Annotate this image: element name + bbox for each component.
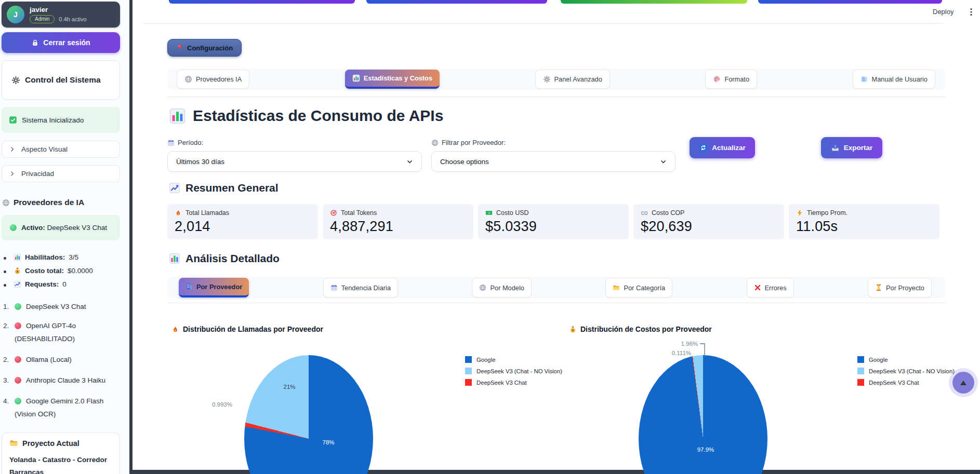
legend-label: DeepSeek V3 Chat: [476, 380, 527, 386]
export-icon: [831, 143, 840, 152]
legend-swatch: [465, 356, 472, 363]
tab-panel-avanzado[interactable]: Panel Avanzado: [535, 70, 610, 89]
analysis-heading: Análisis Detallado: [169, 252, 280, 265]
accordion-aspecto-visual[interactable]: Aspecto Visual: [2, 141, 120, 158]
active-provider-label: Activo:: [21, 224, 45, 232]
flame-icon: [171, 326, 179, 333]
tab-proveedores-ia[interactable]: Proveedores IA: [177, 70, 249, 89]
period-select[interactable]: Últimos 30 días: [167, 151, 422, 172]
money-bag-icon: $: [569, 326, 577, 333]
provider-filter-select[interactable]: Choose options: [431, 151, 676, 172]
subtabs-divider: [167, 303, 946, 303]
system-initialized-status: Sistema Inicializado: [2, 107, 120, 133]
provider-item-openai-gpt-4o-deshabilitado: 2.OpenAI GPT-4o (DESHABILITADO): [15, 319, 121, 345]
system-initialized-label: Sistema Inicializado: [22, 116, 84, 124]
legend-item-deepseek-v3-chat-no-vision: DeepSeek V3 (Chat - NO Vision): [857, 368, 955, 374]
cutoff-button-bar[interactable]: [561, 0, 747, 4]
costs-pie-chart: $ Distribución de Costos por Proveedor 9…: [565, 322, 980, 474]
gear-icon: [543, 75, 551, 83]
legend-item-google: Google: [857, 356, 955, 363]
gear-icon: [11, 76, 20, 85]
building-icon: [186, 283, 193, 290]
stat-value: 11.05s: [796, 219, 932, 235]
provider-name: Ollama (Local): [26, 356, 72, 363]
export-button[interactable]: Exportar: [821, 137, 882, 158]
cutoff-button-bar[interactable]: [169, 0, 355, 4]
folder-icon: [9, 439, 18, 448]
provider-item-deepseek-v3-chat: 1.DeepSeek V3 Chat: [15, 300, 121, 313]
provider-name: Google Gemini 2.0 Flash (Vision OCR): [15, 397, 103, 418]
tab-formato[interactable]: Formato: [705, 70, 757, 89]
active-time: 0.4h activo: [59, 16, 86, 22]
legend-item-google: Google: [465, 356, 562, 363]
hourglass-icon: [875, 284, 882, 291]
scroll-top-button[interactable]: [952, 372, 974, 394]
subtab-tendencia-diaria[interactable]: Tendencia Diaria: [323, 278, 398, 297]
cutoff-button-bar[interactable]: [758, 0, 942, 4]
subtab-por-categoria[interactable]: Por Categoría: [605, 278, 672, 297]
legend-item-deepseek-v3-chat: DeepSeek V3 Chat: [857, 379, 955, 386]
legend-label: Google: [476, 357, 495, 363]
header-divider: [143, 23, 943, 24]
book-icon: [860, 75, 868, 83]
stat-label: Tiempo Prom.: [807, 209, 847, 216]
check-icon: [9, 116, 17, 124]
folder-icon: [613, 284, 620, 291]
subtab-por-modelo[interactable]: Por Modelo: [472, 278, 531, 297]
tab-label: Manual de Usuario: [872, 75, 928, 83]
refresh-label: Actualizar: [712, 144, 746, 152]
svg-text:$: $: [488, 212, 490, 214]
flag-co-icon: co: [641, 209, 648, 216]
config-label: Configuración: [187, 44, 233, 52]
page-title: Estadísticas de Consumo de APIs: [169, 107, 443, 125]
project-title: Proyecto Actual: [22, 439, 80, 448]
chevron-down-icon: [406, 158, 413, 165]
stat-card-total-tokens: Total Tokens4,887,291: [323, 204, 473, 239]
pie-label-chat: 0.993%: [196, 401, 232, 408]
pie-label-chat: 0.111%: [655, 350, 691, 356]
subtab-errores[interactable]: Errores: [747, 278, 794, 297]
subtab-por-proveedor[interactable]: Por Proveedor: [179, 278, 249, 297]
bar-chart-icon: [169, 107, 186, 125]
period-label: Período:: [167, 139, 203, 146]
sidebar-scrollbar[interactable]: [129, 0, 133, 474]
status-dot-green: [10, 224, 17, 231]
sidebar-stat-costo-total: $Costo total:$0.0000: [14, 267, 93, 275]
stat-cards: Total Llamadas2,014Total Tokens4,887,291…: [167, 204, 939, 239]
line-chart-icon: [14, 280, 21, 288]
provider-name: Anthropic Claude 3 Haiku: [26, 376, 105, 384]
legend-label: Google: [869, 357, 888, 363]
calls-pie-chart: Distribución de Llamadas por Proveedor 7…: [167, 322, 562, 474]
active-provider-name: DeepSeek V3 Chat: [47, 224, 108, 232]
stat-value: 2,014: [175, 219, 311, 235]
stat-label: Total Llamadas: [186, 209, 229, 216]
legend-swatch: [465, 368, 472, 374]
target-icon: [330, 209, 337, 216]
pie: [639, 355, 767, 474]
avatar: J: [7, 6, 24, 23]
tab-estadisticas-y-costos[interactable]: Estadísticas y Costos: [345, 70, 440, 89]
subtab-por-proyecto[interactable]: Por Proyecto: [868, 278, 932, 297]
tab-manual-de-usuario[interactable]: Manual de Usuario: [853, 70, 935, 89]
tab-label: Proveedores IA: [196, 75, 242, 83]
cutoff-button-bar[interactable]: [366, 0, 547, 4]
deploy-button[interactable]: Deploy: [933, 8, 953, 16]
providers-header-label: Proveedores de IA: [14, 198, 84, 207]
subtab-label: Por Categoría: [624, 284, 665, 292]
chart-up-icon: [169, 182, 180, 194]
provider-number: 2.: [3, 319, 9, 332]
costs-chart-title: $ Distribución de Costos por Proveedor: [569, 325, 712, 333]
legend-label: DeepSeek V3 (Chat - NO Vision): [869, 368, 955, 374]
stat-value: $5.0339: [485, 219, 621, 235]
kebab-menu-icon[interactable]: [966, 7, 976, 17]
logout-button[interactable]: Cerrar sesión: [2, 32, 120, 53]
money-bag-icon: $: [14, 267, 21, 275]
provider-number: 1.: [3, 300, 9, 313]
lock-icon: [31, 39, 39, 47]
accordion-privacidad[interactable]: Privacidad: [2, 165, 120, 182]
refresh-button[interactable]: Actualizar: [690, 137, 755, 158]
triangle-up-icon: [960, 381, 966, 385]
filter-label: Filtrar por Proveedor:: [431, 139, 506, 146]
config-button[interactable]: Configuración: [167, 39, 242, 57]
accordion-label: Aspecto Visual: [21, 145, 68, 153]
